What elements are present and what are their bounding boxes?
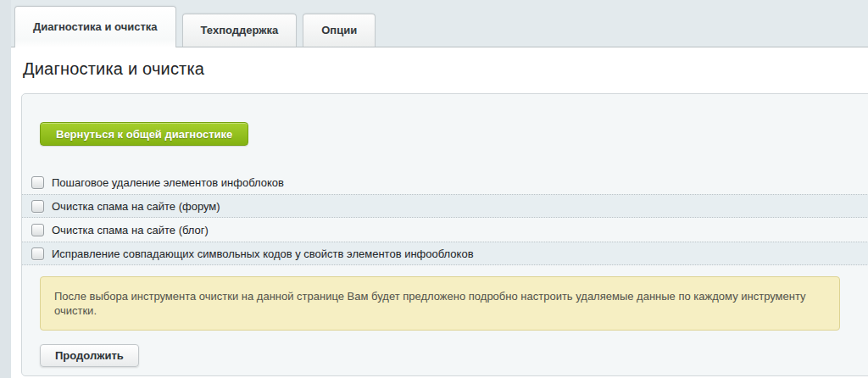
- option-checkbox[interactable]: [31, 224, 44, 236]
- page-title: Диагностика и очистка: [11, 48, 868, 79]
- option-checkbox[interactable]: [31, 247, 44, 260]
- info-note: После выбора инструмента очистки на данн…: [40, 276, 840, 331]
- option-label: Очистка спама на сайте (форум): [52, 200, 220, 213]
- option-checkbox[interactable]: [31, 176, 44, 189]
- continue-button[interactable]: Продолжить: [40, 344, 139, 367]
- content-panel: Вернуться к общей диагностике Пошаговое …: [21, 93, 868, 376]
- tab-options[interactable]: Опции: [303, 14, 376, 47]
- tab-support[interactable]: Техподдержка: [182, 14, 298, 47]
- tab-bar: Диагностика и очистка Техподдержка Опции: [11, 0, 868, 47]
- option-row-stepwise-delete[interactable]: Пошаговое удаление элементов инфоблоков: [22, 170, 868, 194]
- option-label: Очистка спама на сайте (блог): [52, 224, 209, 236]
- option-row-fix-symbolic-codes[interactable]: Исправление совпадающих символьных кодов…: [22, 242, 868, 265]
- page-left-gutter: [0, 0, 11, 378]
- option-label: Пошаговое удаление элементов инфоблоков: [52, 176, 284, 189]
- option-label: Исправление совпадающих символьных кодов…: [52, 247, 474, 260]
- cleanup-options-list: Пошаговое удаление элементов инфоблоков …: [22, 170, 868, 265]
- option-row-blog-spam[interactable]: Очистка спама на сайте (блог): [22, 218, 868, 242]
- back-to-general-diagnostics-button[interactable]: Вернуться к общей диагностике: [40, 122, 248, 146]
- option-checkbox[interactable]: [31, 200, 44, 213]
- option-row-forum-spam[interactable]: Очистка спама на сайте (форум): [22, 194, 868, 218]
- tab-diagnostics-cleanup[interactable]: Диагностика и очистка: [14, 6, 176, 47]
- title-area: Диагностика и очистка: [11, 48, 868, 93]
